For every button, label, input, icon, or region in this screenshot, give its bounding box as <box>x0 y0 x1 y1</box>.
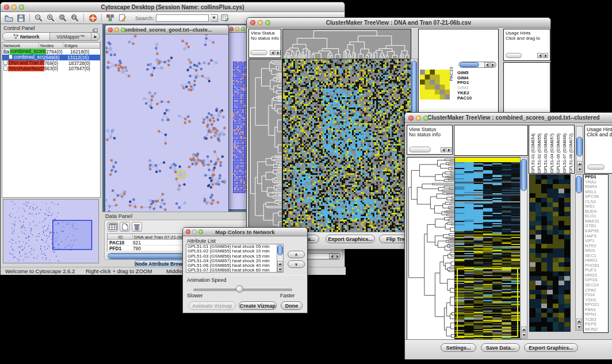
search-input[interactable] <box>156 14 209 22</box>
scrollbar-thumb[interactable] <box>250 50 267 55</box>
save-button[interactable] <box>16 13 26 23</box>
tab-vizmapper[interactable]: VizMapper™ <box>50 33 91 40</box>
tv2-column-label[interactable]: GPL51-08 (GSM872) <box>568 126 575 173</box>
minimize-button[interactable] <box>114 28 119 32</box>
tab-overflow-button[interactable]: ▶ <box>91 33 100 40</box>
scroll-right-button[interactable] <box>446 147 452 152</box>
network1-canvas[interactable] <box>106 35 228 212</box>
zoom-button[interactable] <box>198 229 203 234</box>
tv1-correlation-matrix[interactable] <box>420 70 450 99</box>
save-data-button[interactable]: Save Data... <box>481 343 520 352</box>
zoom-button[interactable] <box>19 5 24 10</box>
tv2-column-dendrogram-area[interactable] <box>454 125 528 156</box>
scrollbar-thumb[interactable] <box>576 137 583 156</box>
scroll-left-button[interactable] <box>329 254 334 259</box>
scroll-down-button[interactable] <box>277 267 282 272</box>
zoom-selected-button[interactable] <box>58 13 68 23</box>
zoom-button[interactable] <box>241 27 245 31</box>
zoom-button[interactable] <box>423 116 429 121</box>
zoom-button[interactable] <box>265 20 270 25</box>
minimize-button[interactable] <box>12 5 17 10</box>
attribute-listbox[interactable]: GPL51-01 (GSM854) heat shock 05 minGPL51… <box>186 244 284 273</box>
tv2-column-label[interactable]: GPL51-02 (GSM855) <box>537 126 543 173</box>
attribute-select-button[interactable] <box>108 222 118 232</box>
network-tree-row[interactable]: combined_sco2569(6)13112(15) <box>2 55 100 60</box>
network1-title-bar[interactable]: combined_scores_good.txt--cluste... <box>105 25 228 35</box>
tv2-zoom-vscrollbar[interactable] <box>575 174 583 331</box>
move-up-button[interactable]: ∧ <box>288 251 305 258</box>
tv2-zoomed-heatmap[interactable] <box>529 174 571 332</box>
attribute-list-vscrollbar[interactable] <box>277 244 283 272</box>
scroll-left-button[interactable] <box>484 62 489 67</box>
scroll-left-button[interactable] <box>537 53 542 58</box>
new-attribute-button[interactable] <box>120 222 130 232</box>
scroll-down-button[interactable] <box>521 332 526 338</box>
scroll-left-button[interactable] <box>441 147 446 152</box>
tv1-label-hscrollbar[interactable] <box>458 62 496 68</box>
create-vizmap-button[interactable]: Create Vizmap <box>239 301 277 310</box>
scroll-down-button[interactable] <box>576 324 582 329</box>
column-header-network[interactable]: Network <box>2 43 39 48</box>
close-button[interactable] <box>4 5 9 10</box>
tv1-global-heatmap[interactable] <box>282 59 411 233</box>
scroll-down-button[interactable] <box>577 167 582 172</box>
birdseye-view[interactable] <box>3 199 99 263</box>
network-tree-row[interactable]: DNA and Tran 07769(0)183728(0) <box>2 60 100 66</box>
gene-label[interactable]: MON2 <box>584 327 608 332</box>
settings-button[interactable]: Settings... <box>441 343 476 352</box>
tv1-matrix-label[interactable]: PAC10 <box>457 96 486 101</box>
tv2-gene-list[interactable]: PFD1YRA1RNR4MSL1SPC98CLN1NIS1BUD4ELG1MAK… <box>583 174 609 333</box>
attribute-list-item[interactable]: GPL51-07 (GSM868) heat shock 60 min <box>186 268 277 273</box>
animation-speed-slider-thumb[interactable] <box>236 285 243 293</box>
attribute-editor-button[interactable] <box>220 13 230 23</box>
scroll-up-button[interactable] <box>576 319 582 324</box>
open-file-button[interactable] <box>3 13 14 23</box>
scrollbar-thumb[interactable] <box>521 159 527 191</box>
close-button[interactable] <box>186 229 190 234</box>
close-button[interactable] <box>230 27 234 31</box>
vizmapper-button[interactable] <box>105 13 116 23</box>
network-tree-row[interactable]: RNAPuberNov2+|563(0)107847(0) <box>2 66 100 71</box>
close-button[interactable] <box>250 20 255 25</box>
tv2-column-label[interactable]: GPL51-01 (GSM854) <box>530 126 537 173</box>
scroll-up-button[interactable] <box>277 261 282 266</box>
tab-network[interactable]: Network <box>3 33 50 40</box>
close-button[interactable] <box>108 28 113 32</box>
zoom-out-button[interactable] <box>33 13 44 23</box>
network-tree-row[interactable]: combined_scores_2764(0)16218(0) <box>2 49 100 55</box>
tv2-title-bar[interactable]: ClusterMaker TreeView : combined_scores_… <box>405 113 612 123</box>
tv2-heatmap-vscrollbar[interactable] <box>520 157 527 339</box>
tv2-column-label[interactable]: GPL51-04 (GSM857) <box>549 126 556 173</box>
zoom-fit-button[interactable] <box>70 13 80 23</box>
delete-attribute-button[interactable] <box>132 222 142 232</box>
column-header-id[interactable]: ID <box>108 234 133 239</box>
tv1-title-bar[interactable]: ClusterMaker TreeView : DNA and Tran 07-… <box>247 18 550 28</box>
minimize-button[interactable] <box>258 20 263 25</box>
tv1-row-dendrogram[interactable] <box>248 59 282 233</box>
move-down-button[interactable]: ∨ <box>288 260 305 268</box>
scrollbar-thumb[interactable] <box>576 176 582 193</box>
scrollbar-thumb[interactable] <box>460 62 479 67</box>
tv2-column-label[interactable]: GPL51-06 (GSM865) <box>556 126 562 173</box>
scroll-right-button[interactable] <box>543 53 548 58</box>
tv1-column-dendrogram[interactable] <box>282 29 411 59</box>
scrollbar-thumb[interactable] <box>409 147 431 152</box>
scroll-right-button[interactable] <box>490 62 495 67</box>
tv2-row-dendrogram[interactable] <box>407 157 455 340</box>
minimize-button[interactable] <box>416 116 421 121</box>
scroll-up-button[interactable] <box>577 161 582 166</box>
column-header-edges[interactable]: Edges <box>63 43 100 48</box>
tv2-labels-vscrollbar[interactable] <box>576 126 583 173</box>
done-button[interactable]: Done <box>281 301 303 310</box>
annotation-button[interactable] <box>117 13 128 23</box>
help-button[interactable] <box>87 13 98 23</box>
scroll-right-button[interactable] <box>335 254 340 259</box>
scrollbar-thumb[interactable] <box>506 53 522 58</box>
tv2-column-label[interactable]: GPL51-03 (GSM856) <box>543 126 549 173</box>
export-graphics-button[interactable]: Export Graphics... <box>524 343 578 352</box>
network-table-header[interactable]: Network Nodes Edges <box>2 43 100 49</box>
zoom-in-button[interactable] <box>45 13 56 23</box>
search-dropdown-button[interactable] <box>211 14 218 22</box>
close-button[interactable] <box>408 116 414 121</box>
scrollbar-thumb[interactable] <box>587 164 605 170</box>
